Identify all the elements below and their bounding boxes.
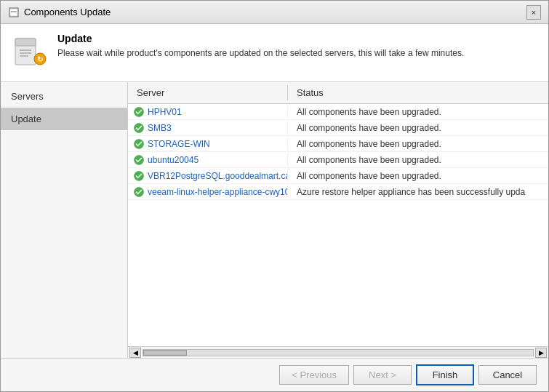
scroll-right-btn[interactable]: ▶ bbox=[535, 348, 547, 358]
cell-server-1: SMB3 bbox=[128, 121, 288, 135]
cell-server-0: HPHV01 bbox=[128, 105, 288, 119]
table-row[interactable]: VBR12PostgreSQL.gooddealmart.caAll compo… bbox=[128, 168, 548, 184]
table-row[interactable]: SMB3All components have been upgraded. bbox=[128, 120, 548, 136]
check-icon bbox=[134, 171, 144, 181]
svg-text:↻: ↻ bbox=[37, 55, 43, 63]
close-button[interactable]: × bbox=[526, 5, 541, 20]
cell-status-0: All components have been upgraded. bbox=[288, 105, 548, 119]
scroll-left-btn[interactable]: ◀ bbox=[129, 348, 141, 358]
cell-status-5: Azure restore helper appliance has been … bbox=[288, 185, 548, 199]
col-header-server: Server bbox=[128, 85, 288, 100]
update-icon: ↻ bbox=[12, 33, 47, 68]
finish-button[interactable]: Finish bbox=[416, 364, 474, 385]
cell-status-3: All components have been upgraded. bbox=[288, 153, 548, 167]
check-icon bbox=[134, 107, 144, 117]
check-icon bbox=[134, 123, 144, 133]
previous-button[interactable]: < Previous bbox=[279, 365, 349, 385]
header-description: Please wait while product's components a… bbox=[57, 47, 464, 60]
window-icon bbox=[8, 7, 20, 18]
table-body: HPHV01All components have been upgraded.… bbox=[128, 104, 548, 346]
table-row[interactable]: veeam-linux-helper-appliance-cwy10Azure … bbox=[128, 184, 548, 200]
header-text: Update Please wait while product's compo… bbox=[57, 33, 464, 60]
check-icon bbox=[134, 187, 144, 197]
svg-rect-1 bbox=[11, 9, 17, 15]
main-window: Components Update × ↻ Update Please wait… bbox=[0, 0, 549, 392]
table-container: Server Status HPHV01All components have … bbox=[128, 82, 548, 358]
cell-server-2: STORAGE-WIN bbox=[128, 137, 288, 151]
sidebar-item-servers[interactable]: Servers bbox=[1, 85, 127, 108]
table-row[interactable]: HPHV01All components have been upgraded. bbox=[128, 104, 548, 120]
cell-status-2: All components have been upgraded. bbox=[288, 137, 548, 151]
scroll-track[interactable] bbox=[143, 349, 534, 356]
cell-status-1: All components have been upgraded. bbox=[288, 121, 548, 135]
content-area: Servers Update Server Status HPHV01All c… bbox=[1, 82, 548, 358]
horizontal-scrollbar[interactable]: ◀ ▶ bbox=[128, 346, 548, 358]
header-title: Update bbox=[57, 33, 464, 44]
table-row[interactable]: ubuntu20045All components have been upgr… bbox=[128, 152, 548, 168]
table-row[interactable]: STORAGE-WINAll components have been upgr… bbox=[128, 136, 548, 152]
title-bar-left: Components Update bbox=[8, 7, 111, 18]
server-name-3: ubuntu20045 bbox=[148, 155, 199, 165]
col-header-status: Status bbox=[288, 85, 548, 100]
server-name-5: veeam-linux-helper-appliance-cwy10 bbox=[148, 187, 288, 197]
cell-server-5: veeam-linux-helper-appliance-cwy10 bbox=[128, 185, 288, 199]
svg-rect-4 bbox=[15, 39, 36, 46]
server-name-1: SMB3 bbox=[148, 123, 172, 133]
cell-status-4: All components have been upgraded. bbox=[288, 169, 548, 183]
cell-server-3: ubuntu20045 bbox=[128, 153, 288, 167]
check-icon bbox=[134, 139, 144, 149]
main-content: Server Status HPHV01All components have … bbox=[128, 82, 548, 358]
server-name-4: VBR12PostgreSQL.gooddealmart.ca bbox=[148, 171, 288, 181]
sidebar: Servers Update bbox=[1, 82, 128, 358]
server-name-0: HPHV01 bbox=[148, 107, 182, 117]
window-title: Components Update bbox=[24, 7, 111, 17]
scroll-thumb[interactable] bbox=[143, 350, 187, 356]
table-header: Server Status bbox=[128, 82, 548, 104]
title-bar: Components Update × bbox=[1, 1, 548, 24]
check-icon bbox=[134, 155, 144, 165]
next-button[interactable]: Next > bbox=[353, 365, 412, 385]
server-name-2: STORAGE-WIN bbox=[148, 139, 210, 149]
cell-server-4: VBR12PostgreSQL.gooddealmart.ca bbox=[128, 169, 288, 183]
header-section: ↻ Update Please wait while product's com… bbox=[1, 24, 548, 82]
cancel-button[interactable]: Cancel bbox=[478, 365, 537, 385]
footer: < Previous Next > Finish Cancel bbox=[1, 358, 548, 391]
sidebar-item-update[interactable]: Update bbox=[1, 108, 127, 130]
